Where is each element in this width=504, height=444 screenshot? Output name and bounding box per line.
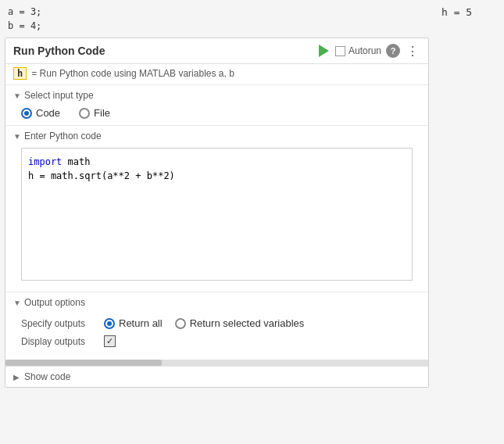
display-outputs-label: Display outputs (21, 336, 91, 347)
radio-return-all[interactable]: Return all (104, 317, 163, 329)
code-line-2: h = math.sqrt(a**2 + b**2) (28, 169, 406, 183)
autorun-label[interactable]: Autorun (335, 45, 381, 56)
run-icon (319, 45, 329, 57)
show-code-chevron: ▶ (13, 373, 20, 381)
right-panel: h = 5 (434, 0, 504, 444)
radio-code-dot (24, 111, 29, 116)
display-outputs-row: Display outputs ✓ (13, 332, 420, 350)
input-type-label: Select input type (24, 90, 94, 101)
input-type-radio-group: Code File (13, 107, 420, 119)
code-editor[interactable]: import math h = math.sqrt(a**2 + b**2) (21, 148, 413, 281)
python-code-section: ▼ Enter Python code import math h = math… (5, 126, 428, 292)
input-type-chevron: ▼ (13, 91, 21, 100)
block-header: Run Python Code Autorun ? ⋮ (5, 38, 428, 64)
block-header-actions: Autorun ? ⋮ (317, 43, 420, 59)
python-code-label: Enter Python code (24, 131, 102, 141)
variable-badge: h (13, 67, 27, 80)
radio-return-selected[interactable]: Return selected variables (175, 317, 305, 329)
help-button[interactable]: ? (386, 44, 400, 58)
radio-return-selected-circle (175, 318, 186, 329)
scrollbar[interactable] (5, 360, 428, 366)
input-type-title[interactable]: ▼ Select input type (13, 90, 420, 101)
radio-code[interactable]: Code (21, 107, 60, 119)
input-type-section: ▼ Select input type Code File (5, 85, 428, 125)
output-options-title[interactable]: ▼ Output options (13, 297, 420, 308)
main-panel: a = 3; b = 4; Run Python Code Autorun ? … (0, 0, 434, 444)
radio-return-all-label: Return all (119, 317, 163, 329)
block-container: Run Python Code Autorun ? ⋮ h = Run Pyth… (5, 38, 429, 388)
block-description: h = Run Python code using MATLAB variabl… (5, 64, 428, 84)
radio-code-label: Code (36, 107, 60, 119)
block-title: Run Python Code (13, 45, 317, 57)
checkmark-icon: ✓ (106, 336, 113, 346)
display-outputs-checkbox[interactable]: ✓ (104, 335, 116, 347)
autorun-checkbox[interactable] (335, 46, 345, 56)
radio-return-all-circle (104, 318, 115, 329)
autorun-text: Autorun (349, 45, 381, 56)
code-preview: a = 3; b = 4; (0, 0, 434, 38)
radio-file-circle (79, 108, 90, 119)
code-preview-line1: a = 3; (8, 5, 426, 19)
radio-code-circle (21, 108, 32, 119)
radio-file[interactable]: File (79, 107, 110, 119)
output-options-section: ▼ Output options Specify outputs Return … (5, 292, 428, 356)
keyword-import: import (28, 156, 62, 167)
run-button[interactable] (317, 43, 331, 59)
radio-return-all-dot (107, 321, 112, 326)
specify-outputs-label: Specify outputs (21, 318, 91, 329)
python-code-chevron: ▼ (13, 132, 21, 141)
show-code-section[interactable]: ▶ Show code (5, 366, 428, 387)
python-code-title[interactable]: ▼ Enter Python code (13, 131, 420, 141)
output-options-chevron: ▼ (13, 299, 21, 307)
more-button[interactable]: ⋮ (405, 44, 420, 59)
code-line-1: import math (28, 155, 406, 169)
result-value: h = 5 (441, 6, 472, 18)
specify-outputs-row: Specify outputs Return all Return select… (13, 314, 420, 332)
code-preview-line2: b = 4; (8, 19, 426, 33)
code-body: h = math.sqrt(a**2 + b**2) (28, 170, 175, 181)
block-description-text: = Run Python code using MATLAB variables… (31, 68, 234, 79)
radio-file-label: File (94, 107, 110, 119)
output-options-label: Output options (24, 297, 85, 308)
radio-return-selected-label: Return selected variables (190, 317, 305, 329)
code-module: math (68, 156, 91, 167)
scrollbar-thumb (5, 360, 162, 366)
show-code-label: Show code (24, 371, 70, 382)
